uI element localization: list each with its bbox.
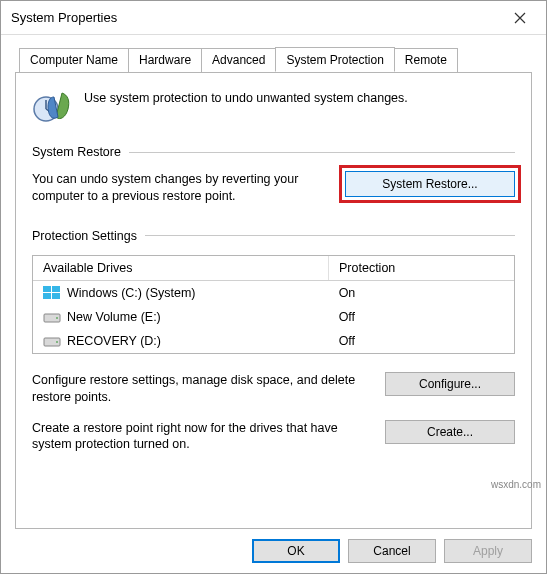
protection-settings-group-header: Protection Settings [32, 229, 515, 243]
apply-button[interactable]: Apply [444, 539, 532, 563]
svg-point-6 [56, 317, 58, 319]
tab-panel: Use system protection to undo unwanted s… [15, 72, 532, 529]
svg-rect-3 [43, 293, 51, 299]
disk-drive-icon [43, 334, 61, 348]
create-button[interactable]: Create... [385, 420, 515, 444]
tab-hardware[interactable]: Hardware [128, 48, 202, 73]
configure-button[interactable]: Configure... [385, 372, 515, 396]
svg-rect-4 [52, 293, 60, 299]
ok-button[interactable]: OK [252, 539, 340, 563]
svg-rect-2 [52, 286, 60, 292]
drives-table-body: Windows (C:) (System) On New Volume (E:)… [33, 281, 514, 353]
titlebar: System Properties [1, 1, 546, 35]
window-title: System Properties [11, 10, 498, 25]
dialog-footer: OK Cancel Apply [1, 529, 546, 573]
protection-settings-label: Protection Settings [32, 229, 137, 243]
drive-name: RECOVERY (D:) [67, 334, 161, 348]
system-protection-icon [32, 87, 72, 127]
intro-text: Use system protection to undo unwanted s… [84, 87, 408, 127]
disk-drive-icon [43, 310, 61, 324]
tab-strip: Computer Name Hardware Advanced System P… [15, 47, 532, 72]
intro-row: Use system protection to undo unwanted s… [32, 87, 515, 127]
tab-computer-name[interactable]: Computer Name [19, 48, 129, 73]
windows-drive-icon [43, 286, 61, 300]
table-row[interactable]: Windows (C:) (System) On [33, 281, 514, 305]
create-description: Create a restore point right now for the… [32, 420, 365, 454]
content-area: Computer Name Hardware Advanced System P… [1, 35, 546, 529]
tab-system-protection[interactable]: System Protection [275, 47, 394, 72]
drives-table: Available Drives Protection Windows (C:)… [32, 255, 515, 354]
system-properties-window: System Properties Computer Name Hardware… [0, 0, 547, 574]
tab-remote[interactable]: Remote [394, 48, 458, 73]
drive-protection: Off [329, 332, 514, 350]
close-button[interactable] [498, 3, 542, 33]
system-restore-button[interactable]: System Restore... [345, 171, 515, 197]
create-row: Create a restore point right now for the… [32, 420, 515, 454]
column-protection[interactable]: Protection [329, 256, 514, 280]
svg-point-8 [56, 341, 58, 343]
drive-name: Windows (C:) (System) [67, 286, 195, 300]
system-restore-description: You can undo system changes by reverting… [32, 171, 325, 205]
drive-protection: On [329, 284, 514, 302]
table-row[interactable]: RECOVERY (D:) Off [33, 329, 514, 353]
cancel-button[interactable]: Cancel [348, 539, 436, 563]
svg-rect-1 [43, 286, 51, 292]
watermark: wsxdn.com [491, 479, 541, 490]
close-icon [514, 12, 526, 24]
drive-protection: Off [329, 308, 514, 326]
system-restore-row: You can undo system changes by reverting… [32, 171, 515, 205]
configure-row: Configure restore settings, manage disk … [32, 372, 515, 406]
tab-advanced[interactable]: Advanced [201, 48, 276, 73]
system-restore-label: System Restore [32, 145, 121, 159]
column-available-drives[interactable]: Available Drives [33, 256, 329, 280]
drive-name: New Volume (E:) [67, 310, 161, 324]
system-restore-group-header: System Restore [32, 145, 515, 159]
configure-description: Configure restore settings, manage disk … [32, 372, 365, 406]
table-row[interactable]: New Volume (E:) Off [33, 305, 514, 329]
drives-table-header: Available Drives Protection [33, 256, 514, 281]
